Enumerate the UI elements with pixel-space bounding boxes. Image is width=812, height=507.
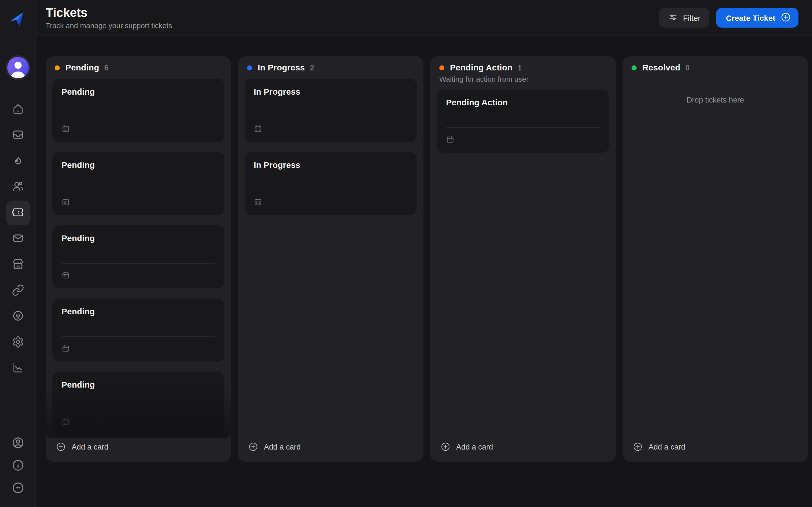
flame-icon — [11, 154, 24, 168]
ticket-card-footer — [254, 117, 408, 135]
column-header: Resolved 0 — [622, 56, 808, 78]
calendar-icon — [61, 417, 70, 426]
ticket-card-title: Pending — [61, 232, 215, 244]
page-title: Tickets — [46, 5, 172, 20]
filter-button-label: Filter — [683, 13, 700, 22]
sidebar-item-inbox[interactable] — [5, 123, 30, 148]
board-column: In Progress 2 In Progress In Progress — [238, 56, 423, 462]
sidebar-footer-minus-circle[interactable] — [11, 481, 24, 495]
column-status-dot — [631, 65, 637, 70]
plug-icon — [11, 309, 24, 324]
user-circle-icon — [11, 443, 24, 451]
add-card-label: Add a card — [456, 443, 493, 451]
sidebar-item-home[interactable] — [5, 97, 30, 122]
ticket-card-footer — [61, 336, 215, 355]
ticket-card-footer — [61, 190, 215, 209]
create-ticket-button[interactable]: Create Ticket — [716, 8, 799, 27]
calendar-icon — [254, 124, 262, 133]
board-column: Resolved 0 Drop tickets here Add a card — [622, 56, 808, 462]
sliders-icon — [668, 12, 678, 23]
ticket-card[interactable]: In Progress — [245, 79, 417, 142]
home-icon — [11, 102, 24, 116]
ticket-card-title: In Progress — [254, 86, 408, 98]
sidebar-item-store[interactable] — [5, 252, 30, 277]
column-title: Pending Action — [450, 62, 513, 73]
add-card-button[interactable]: Add a card — [46, 435, 231, 462]
ticket-card-title: Pending — [61, 379, 215, 390]
column-subtitle: Waiting for action from user — [439, 74, 607, 84]
card-list: Pending Action — [430, 90, 616, 153]
calendar-icon — [446, 135, 455, 144]
sidebar-nav — [5, 97, 30, 381]
sidebar-item-plug[interactable] — [5, 304, 30, 329]
person-icon — [7, 57, 29, 78]
ticket-card-title: Pending Action — [446, 96, 600, 108]
column-count: 0 — [686, 63, 690, 72]
add-card-button[interactable]: Add a card — [622, 435, 808, 462]
add-card-label: Add a card — [649, 443, 686, 451]
main-area: Tickets Track and manage your support ti… — [36, 0, 812, 507]
sidebar-item-flame[interactable] — [5, 149, 30, 173]
drop-zone[interactable]: Drop tickets here — [622, 96, 808, 104]
analytics-icon — [11, 361, 24, 376]
sidebar-footer-user-circle[interactable] — [11, 436, 24, 450]
sidebar-item-mail[interactable] — [5, 226, 30, 251]
sidebar-item-settings[interactable] — [5, 330, 30, 355]
column-count: 6 — [104, 63, 109, 72]
column-title: In Progress — [258, 62, 305, 73]
plus-circle-icon — [441, 442, 451, 452]
plus-circle-icon — [780, 11, 791, 24]
column-status-dot — [439, 65, 444, 70]
add-card-button[interactable]: Add a card — [430, 435, 616, 462]
card-list: Pending Pending Pending — [46, 79, 231, 435]
ticket-card-footer — [61, 263, 215, 282]
ticket-card[interactable]: Pending — [52, 152, 224, 215]
sidebar-item-users[interactable] — [5, 175, 30, 200]
sidebar-footer — [11, 436, 24, 495]
sidebar-item-link[interactable] — [5, 278, 30, 303]
column-title: Resolved — [642, 62, 680, 73]
ticket-card[interactable]: Pending — [52, 372, 224, 435]
user-avatar[interactable] — [5, 55, 30, 80]
ticket-card[interactable]: Pending Action — [437, 90, 609, 153]
filter-button[interactable]: Filter — [659, 8, 709, 27]
ticket-card-title: In Progress — [254, 159, 408, 171]
column-status-dot — [55, 65, 60, 70]
ticket-icon — [11, 206, 24, 220]
board-column: Pending 6 Pending Pending Pending — [46, 56, 231, 462]
page-header-titles: Tickets Track and manage your support ti… — [46, 5, 172, 30]
calendar-icon — [61, 124, 70, 133]
ticket-card-footer — [61, 409, 215, 428]
users-icon — [11, 180, 24, 194]
ticket-card-footer — [254, 190, 408, 209]
calendar-icon — [61, 198, 70, 206]
board: Pending 6 Pending Pending Pending — [36, 36, 812, 507]
sidebar-footer-info[interactable] — [11, 459, 24, 472]
create-ticket-label: Create Ticket — [726, 13, 775, 22]
plus-circle-icon — [56, 442, 66, 452]
add-card-label: Add a card — [264, 443, 301, 451]
settings-icon — [11, 335, 24, 349]
ticket-card-title: Pending — [61, 305, 215, 317]
ticket-card-footer — [446, 127, 600, 146]
ticket-card-title: Pending — [61, 159, 215, 171]
minus-circle-icon — [11, 488, 24, 496]
ticket-card[interactable]: Pending — [52, 79, 224, 142]
card-list: In Progress In Progress — [238, 79, 423, 215]
add-card-label: Add a card — [71, 443, 109, 451]
plus-circle-icon — [633, 442, 643, 452]
ticket-card[interactable]: In Progress — [245, 152, 417, 215]
sidebar — [0, 0, 36, 507]
column-header: Pending 6 — [46, 56, 231, 78]
link-icon — [11, 284, 24, 298]
paper-plane-logo — [8, 10, 28, 31]
column-count: 2 — [310, 63, 314, 72]
column-title: Pending — [65, 62, 99, 73]
calendar-icon — [61, 271, 70, 279]
sidebar-item-analytics[interactable] — [5, 356, 30, 381]
add-card-button[interactable]: Add a card — [238, 435, 423, 462]
ticket-card[interactable]: Pending — [52, 298, 224, 362]
column-status-dot — [247, 65, 252, 70]
sidebar-item-ticket[interactable] — [5, 201, 30, 225]
ticket-card[interactable]: Pending — [52, 225, 224, 288]
